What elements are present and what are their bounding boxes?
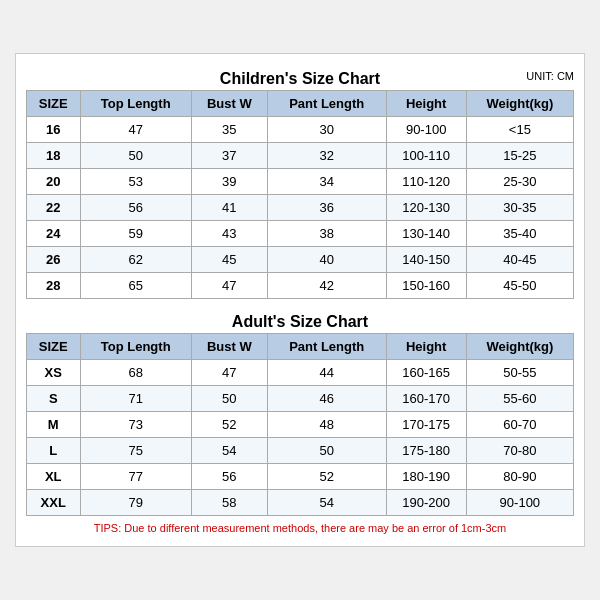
children-unit-label: UNIT: CM <box>526 70 574 82</box>
table-cell: 34 <box>267 169 386 195</box>
table-cell: 36 <box>267 195 386 221</box>
table-cell: 50 <box>267 438 386 464</box>
adults-size-table: SIZE Top Length Bust W Pant Length Heigh… <box>26 333 574 516</box>
table-cell: 70-80 <box>466 438 573 464</box>
table-cell: 26 <box>27 247 81 273</box>
table-row: 26624540140-15040-45 <box>27 247 574 273</box>
table-cell: 45-50 <box>466 273 573 299</box>
table-cell: 68 <box>80 360 191 386</box>
table-cell: 150-160 <box>386 273 466 299</box>
table-row: L755450175-18070-80 <box>27 438 574 464</box>
table-cell: 56 <box>191 464 267 490</box>
table-row: 28654742150-16045-50 <box>27 273 574 299</box>
adults-col-weight: Weight(kg) <box>466 334 573 360</box>
table-cell: 47 <box>191 273 267 299</box>
table-cell: 48 <box>267 412 386 438</box>
table-cell: 16 <box>27 117 81 143</box>
children-col-bust-w: Bust W <box>191 91 267 117</box>
table-cell: 30 <box>267 117 386 143</box>
adults-section-title: Adult's Size Chart <box>26 307 574 333</box>
table-cell: 15-25 <box>466 143 573 169</box>
table-cell: 25-30 <box>466 169 573 195</box>
table-cell: 32 <box>267 143 386 169</box>
table-cell: M <box>27 412 81 438</box>
children-col-weight: Weight(kg) <box>466 91 573 117</box>
table-row: 18503732100-11015-25 <box>27 143 574 169</box>
table-cell: XL <box>27 464 81 490</box>
table-cell: 47 <box>191 360 267 386</box>
children-col-size: SIZE <box>27 91 81 117</box>
table-row: 1647353090-100<15 <box>27 117 574 143</box>
table-cell: 24 <box>27 221 81 247</box>
table-cell: 43 <box>191 221 267 247</box>
children-title-text: Children's Size Chart <box>220 70 380 87</box>
table-cell: 73 <box>80 412 191 438</box>
table-cell: 45 <box>191 247 267 273</box>
children-header-row: SIZE Top Length Bust W Pant Length Heigh… <box>27 91 574 117</box>
table-cell: 37 <box>191 143 267 169</box>
adults-title-text: Adult's Size Chart <box>232 313 368 330</box>
table-cell: 90-100 <box>466 490 573 516</box>
table-cell: 140-150 <box>386 247 466 273</box>
table-cell: 20 <box>27 169 81 195</box>
table-cell: 22 <box>27 195 81 221</box>
table-row: 24594338130-14035-40 <box>27 221 574 247</box>
table-cell: 39 <box>191 169 267 195</box>
table-cell: 50-55 <box>466 360 573 386</box>
table-cell: 90-100 <box>386 117 466 143</box>
table-row: 22564136120-13030-35 <box>27 195 574 221</box>
table-row: XS684744160-16550-55 <box>27 360 574 386</box>
table-cell: 38 <box>267 221 386 247</box>
adults-col-top-length: Top Length <box>80 334 191 360</box>
table-cell: 56 <box>80 195 191 221</box>
table-cell: 41 <box>191 195 267 221</box>
children-col-height: Height <box>386 91 466 117</box>
table-cell: 77 <box>80 464 191 490</box>
children-col-top-length: Top Length <box>80 91 191 117</box>
table-cell: 18 <box>27 143 81 169</box>
table-cell: 40 <box>267 247 386 273</box>
table-cell: 170-175 <box>386 412 466 438</box>
table-cell: 160-170 <box>386 386 466 412</box>
table-cell: 46 <box>267 386 386 412</box>
children-section-title: Children's Size Chart UNIT: CM <box>26 64 574 90</box>
table-cell: 35 <box>191 117 267 143</box>
adults-header-row: SIZE Top Length Bust W Pant Length Heigh… <box>27 334 574 360</box>
table-cell: 55-60 <box>466 386 573 412</box>
table-cell: 110-120 <box>386 169 466 195</box>
table-cell: 120-130 <box>386 195 466 221</box>
table-cell: 35-40 <box>466 221 573 247</box>
table-cell: 65 <box>80 273 191 299</box>
table-cell: 80-90 <box>466 464 573 490</box>
table-row: S715046160-17055-60 <box>27 386 574 412</box>
table-cell: 52 <box>267 464 386 490</box>
table-cell: L <box>27 438 81 464</box>
table-cell: 53 <box>80 169 191 195</box>
table-cell: 50 <box>191 386 267 412</box>
table-cell: 58 <box>191 490 267 516</box>
table-row: M735248170-17560-70 <box>27 412 574 438</box>
table-cell: 180-190 <box>386 464 466 490</box>
children-size-table: SIZE Top Length Bust W Pant Length Heigh… <box>26 90 574 299</box>
table-row: 20533934110-12025-30 <box>27 169 574 195</box>
adults-col-bust-w: Bust W <box>191 334 267 360</box>
table-cell: 47 <box>80 117 191 143</box>
table-cell: 60-70 <box>466 412 573 438</box>
table-row: XL775652180-19080-90 <box>27 464 574 490</box>
table-row: XXL795854190-20090-100 <box>27 490 574 516</box>
table-cell: 175-180 <box>386 438 466 464</box>
table-cell: 50 <box>80 143 191 169</box>
table-cell: 79 <box>80 490 191 516</box>
tips-text: TIPS: Due to different measurement metho… <box>26 516 574 536</box>
table-cell: XS <box>27 360 81 386</box>
table-cell: 54 <box>191 438 267 464</box>
table-cell: 71 <box>80 386 191 412</box>
table-cell: 100-110 <box>386 143 466 169</box>
size-chart: Children's Size Chart UNIT: CM SIZE Top … <box>15 53 585 547</box>
adults-col-height: Height <box>386 334 466 360</box>
children-col-pant-length: Pant Length <box>267 91 386 117</box>
table-cell: S <box>27 386 81 412</box>
table-cell: 62 <box>80 247 191 273</box>
table-cell: 190-200 <box>386 490 466 516</box>
table-cell: 52 <box>191 412 267 438</box>
